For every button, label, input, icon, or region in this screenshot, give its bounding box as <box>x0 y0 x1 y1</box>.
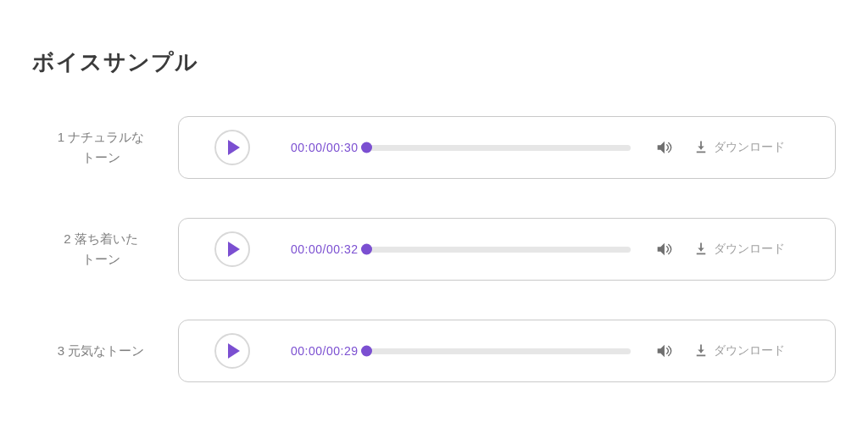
seek-bar[interactable] <box>366 247 631 253</box>
download-icon <box>693 343 709 359</box>
page-title: ボイスサンプル <box>32 47 836 77</box>
play-icon <box>228 140 240 155</box>
sample-label: 1ナチュラルな トーン <box>32 127 178 168</box>
volume-icon <box>654 342 673 360</box>
time-position: 00:00 <box>291 242 323 256</box>
time-duration: 00:29 <box>326 344 359 358</box>
download-icon <box>693 242 709 257</box>
play-icon <box>228 242 240 257</box>
play-button[interactable] <box>214 333 250 369</box>
seek-thumb[interactable] <box>361 244 372 255</box>
volume-icon <box>654 240 673 259</box>
time-display: 00:00/00:29 <box>291 344 358 358</box>
seek-bar[interactable] <box>366 348 631 354</box>
audio-player: 00:00/00:29 ダウンロード <box>178 320 836 382</box>
volume-button[interactable] <box>654 138 673 157</box>
volume-button[interactable] <box>654 240 673 259</box>
download-button[interactable]: ダウンロード <box>693 343 785 359</box>
time-display: 00:00/00:32 <box>291 242 358 256</box>
svg-rect-2 <box>697 355 706 357</box>
svg-rect-0 <box>697 152 706 153</box>
volume-button[interactable] <box>654 342 673 360</box>
sample-name-line2: トーン <box>82 252 120 266</box>
download-button[interactable]: ダウンロード <box>693 140 785 155</box>
sample-name-line1: 落ち着いた <box>75 231 138 246</box>
sample-index: 2 <box>64 231 70 246</box>
sample-index: 3 <box>58 343 64 358</box>
sample-row: 1ナチュラルな トーン 00:00/00:30 <box>32 116 836 179</box>
time-position: 00:00 <box>291 141 323 154</box>
seek-bar[interactable] <box>366 145 631 151</box>
play-button[interactable] <box>214 130 250 165</box>
download-label: ダウンロード <box>714 343 785 359</box>
audio-player: 00:00/00:32 ダウンロード <box>178 218 836 281</box>
download-label: ダウンロード <box>714 140 785 155</box>
play-button[interactable] <box>214 231 250 267</box>
seek-thumb[interactable] <box>361 142 372 153</box>
sample-label: 2落ち着いた トーン <box>32 229 178 270</box>
volume-icon <box>654 138 673 157</box>
audio-player: 00:00/00:30 ダウンロード <box>178 116 836 179</box>
sample-name-line1: ナチュラルな <box>68 130 144 144</box>
sample-name-line1: 元気なトーン <box>68 343 144 358</box>
svg-rect-1 <box>697 253 706 255</box>
time-display: 00:00/00:30 <box>291 141 358 154</box>
sample-row: 3元気なトーン 00:00/00:29 <box>32 320 836 382</box>
time-duration: 00:32 <box>326 242 359 256</box>
time-duration: 00:30 <box>326 141 359 154</box>
sample-name-line2: トーン <box>82 150 120 164</box>
sample-label: 3元気なトーン <box>32 341 178 361</box>
sample-index: 1 <box>58 130 64 144</box>
sample-row: 2落ち着いた トーン 00:00/00:32 <box>32 218 836 281</box>
time-position: 00:00 <box>291 344 323 358</box>
download-button[interactable]: ダウンロード <box>693 242 785 257</box>
play-icon <box>228 343 240 359</box>
download-label: ダウンロード <box>714 242 785 257</box>
download-icon <box>693 140 709 155</box>
seek-thumb[interactable] <box>361 346 372 357</box>
